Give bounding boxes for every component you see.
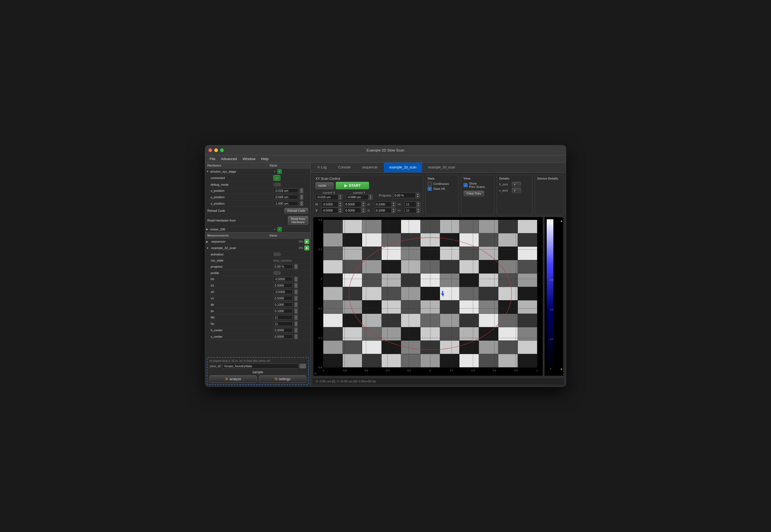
dv-val[interactable] bbox=[375, 208, 391, 213]
sequencer-play-btn[interactable]: ▶ bbox=[304, 239, 309, 244]
nh-spinner[interactable]: ▲ ▼ bbox=[294, 315, 298, 320]
menu-window[interactable]: Window bbox=[240, 156, 258, 161]
browse-button[interactable]: ... bbox=[300, 364, 306, 368]
maximize-button[interactable] bbox=[220, 148, 224, 152]
dv-spinner[interactable]: ▲ ▼ bbox=[294, 309, 298, 314]
zpos-spin-up[interactable]: ▲ bbox=[300, 201, 303, 203]
v1-spinner[interactable]: ▲ ▼ bbox=[294, 296, 298, 301]
current-x-input[interactable] bbox=[316, 195, 338, 199]
progress-spinner[interactable]: ▲ ▼ bbox=[294, 264, 298, 269]
dh-up[interactable]: ▲ bbox=[392, 202, 396, 204]
hcenter-spinner[interactable]: ▲ ▼ bbox=[294, 328, 298, 333]
h-start-up[interactable]: ▲ bbox=[338, 202, 342, 204]
expand-arrow-simulon[interactable]: ▼ bbox=[206, 170, 210, 173]
nv-spinner[interactable]: ▲ ▼ bbox=[294, 321, 298, 326]
ypos-spinner[interactable]: ▲ ▼ bbox=[300, 195, 303, 200]
h-end-up[interactable]: ▲ bbox=[361, 202, 365, 204]
expand-sequencer[interactable]: ▶ bbox=[206, 240, 210, 243]
tab-log[interactable]: ⊞ Log bbox=[312, 163, 332, 172]
activation-toggle[interactable] bbox=[273, 252, 281, 256]
h-end[interactable] bbox=[344, 202, 361, 207]
settings-button[interactable]: ⚙ settings bbox=[259, 375, 306, 383]
progress-spin-up[interactable]: ▲ bbox=[294, 264, 298, 267]
h1-spinner[interactable]: ▲ ▼ bbox=[294, 283, 298, 288]
h0-input[interactable] bbox=[273, 277, 293, 281]
continuous-checkbox[interactable] bbox=[428, 182, 432, 186]
progress-input[interactable] bbox=[273, 264, 293, 269]
xpos-input[interactable] bbox=[273, 188, 298, 193]
cy-spin-up[interactable]: ▲ bbox=[369, 195, 372, 197]
hcenter-input[interactable] bbox=[273, 328, 293, 332]
h1-input[interactable] bbox=[273, 283, 293, 288]
tab-console[interactable]: Console bbox=[333, 163, 356, 172]
expand-arrow-noiser[interactable]: ▶ bbox=[206, 228, 210, 231]
nh-val[interactable] bbox=[405, 202, 416, 207]
menu-file[interactable]: File bbox=[207, 156, 218, 161]
h-start-dn[interactable]: ▼ bbox=[338, 204, 342, 207]
dh-input[interactable] bbox=[273, 302, 293, 307]
tab-sequencer[interactable]: sequencer bbox=[357, 163, 383, 172]
ypos-spin-dn[interactable]: ▼ bbox=[300, 197, 303, 200]
save-dir-input[interactable] bbox=[222, 364, 299, 369]
xpos-spinner[interactable]: ▲ ▼ bbox=[300, 188, 303, 193]
nv-dn[interactable]: ▼ bbox=[416, 210, 420, 213]
xpos-spin-dn[interactable]: ▼ bbox=[300, 191, 303, 193]
dv-input[interactable] bbox=[273, 309, 293, 313]
ypos-input[interactable] bbox=[273, 195, 298, 199]
read-hw-button[interactable]: Read fromHardware bbox=[288, 216, 308, 225]
v-start[interactable] bbox=[321, 208, 338, 213]
tab-example-3d-scan[interactable]: example_3d_scan bbox=[423, 163, 461, 172]
vcenter-spinner[interactable]: ▲ ▼ bbox=[294, 334, 298, 339]
v-start-dn[interactable]: ▼ bbox=[338, 210, 342, 213]
dh-spinner[interactable]: ▲ ▼ bbox=[294, 302, 298, 307]
nh-dn[interactable]: ▼ bbox=[416, 204, 420, 207]
show-prev-checkbox[interactable] bbox=[464, 183, 467, 187]
dv-dn[interactable]: ▼ bbox=[392, 210, 396, 213]
v1-input[interactable] bbox=[273, 296, 293, 300]
zpos-input[interactable] bbox=[273, 201, 298, 206]
hw-device-simulon[interactable]: ▼ simulon_xyz_stage ✓ ✓ bbox=[205, 168, 310, 175]
meas-2dscan-row[interactable]: ▼ example_2d_scan 0% ▶ bbox=[205, 245, 310, 251]
cx-spin-dn[interactable]: ▼ bbox=[338, 197, 342, 200]
menu-advanced[interactable]: Advanced bbox=[219, 156, 239, 161]
cx-spin-up[interactable]: ▲ bbox=[338, 195, 342, 197]
nh-input[interactable] bbox=[273, 315, 293, 320]
v-axis-select[interactable]: y x z bbox=[512, 188, 521, 193]
menu-help[interactable]: Help bbox=[259, 156, 271, 161]
v-end-dn[interactable]: ▼ bbox=[361, 210, 365, 213]
h-start[interactable] bbox=[321, 202, 338, 207]
noiser-checkbox[interactable]: ✓ bbox=[277, 227, 282, 232]
clear-prev-button[interactable]: Clear Prev bbox=[464, 191, 484, 196]
zpos-spin-dn[interactable]: ▼ bbox=[300, 203, 303, 206]
close-button[interactable] bbox=[208, 148, 212, 152]
nv-up[interactable]: ▲ bbox=[416, 208, 420, 210]
v0-spinner[interactable]: ▲ ▼ bbox=[294, 289, 298, 294]
start-button[interactable]: ▶ START bbox=[336, 182, 369, 189]
2dscan-play-btn[interactable]: ▶ bbox=[304, 245, 309, 250]
scan-plot[interactable] bbox=[313, 217, 543, 376]
simulon-checkbox[interactable]: ✓ bbox=[277, 169, 282, 174]
v-end-up[interactable]: ▲ bbox=[361, 208, 365, 210]
hw-noiser-row[interactable]: ▶ noiser_200 ✓ ✓ bbox=[205, 226, 310, 232]
dh-dn[interactable]: ▼ bbox=[392, 204, 396, 207]
nh-up[interactable]: ▲ bbox=[416, 202, 420, 204]
expand-2dscan[interactable]: ▼ bbox=[206, 247, 210, 250]
dh-val[interactable] bbox=[375, 202, 391, 207]
save-h5-checkbox[interactable] bbox=[428, 187, 432, 191]
v-end[interactable] bbox=[344, 208, 361, 213]
cy-spin-dn[interactable]: ▼ bbox=[369, 197, 372, 200]
progress-spin-dn[interactable]: ▼ bbox=[294, 267, 298, 269]
nv-input[interactable] bbox=[273, 322, 293, 326]
profile-toggle[interactable] bbox=[273, 271, 281, 275]
h-end-dn[interactable]: ▼ bbox=[361, 204, 365, 207]
xpos-spin-up[interactable]: ▲ bbox=[300, 188, 303, 191]
vcenter-input[interactable] bbox=[273, 334, 293, 339]
minimize-button[interactable] bbox=[214, 148, 218, 152]
dv-up[interactable]: ▲ bbox=[392, 208, 396, 210]
connected-checkbox[interactable]: ✓ bbox=[275, 176, 279, 180]
v-start-up[interactable]: ▲ bbox=[338, 208, 342, 210]
meas-sequencer-row[interactable]: ▶ sequencer 0% ▶ bbox=[205, 238, 310, 245]
mode-select[interactable]: raster bbox=[315, 182, 334, 189]
progress-value-input[interactable] bbox=[393, 193, 416, 198]
current-y-input[interactable] bbox=[346, 195, 368, 199]
